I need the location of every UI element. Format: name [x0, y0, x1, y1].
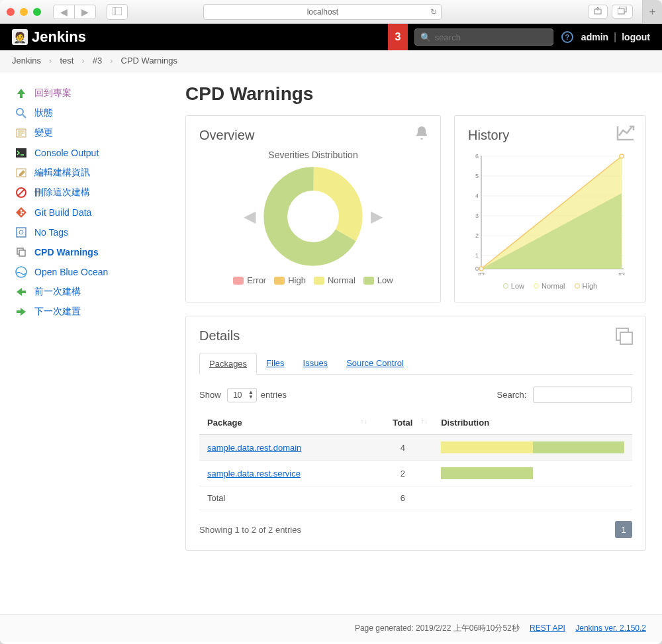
- arrow-up-icon: [15, 87, 28, 100]
- svg-point-5: [17, 109, 23, 115]
- donut-chart: [263, 167, 363, 266]
- breadcrumb: Jenkins› test› #3› CPD Warnings: [0, 50, 662, 71]
- sidebar-item-4[interactable]: 編輯建構資訊: [12, 163, 172, 183]
- tabs-button[interactable]: [612, 5, 633, 19]
- donut-chart-wrap: ◀ ▶: [199, 167, 427, 266]
- content: 回到專案狀態變更Console Output編輯建構資訊刪除這次建構Git Bu…: [0, 71, 662, 614]
- svg-text:4: 4: [475, 193, 479, 199]
- sidebar-item-6[interactable]: Git Build Data: [12, 203, 172, 222]
- sidebar-item-11[interactable]: 下一次建置: [12, 302, 172, 322]
- svg-text:#3: #3: [618, 271, 625, 275]
- package-link[interactable]: sample.data.rest.domain: [207, 443, 301, 453]
- rest-api-link[interactable]: REST API: [530, 623, 565, 633]
- chart-icon[interactable]: [616, 125, 635, 144]
- traffic-lights: [7, 8, 41, 16]
- tab-issues[interactable]: Issues: [294, 353, 338, 374]
- legend-item: High: [274, 275, 306, 285]
- marker: [503, 283, 508, 289]
- overview-title: Overview: [199, 128, 427, 143]
- donut-title: Severities Distribution: [199, 150, 427, 160]
- col-package[interactable]: Package↑↓: [199, 411, 373, 435]
- page-title: CPD Warnings: [185, 83, 646, 105]
- reload-icon[interactable]: ↻: [430, 7, 437, 17]
- package-link[interactable]: sample.data.rest.service: [207, 469, 301, 479]
- sidebar-toggle-button[interactable]: [107, 4, 128, 20]
- packages-table: Package↑↓ Total↑↓ Distribution sample.da…: [199, 411, 632, 510]
- tab-files[interactable]: Files: [257, 353, 293, 374]
- notification-badge[interactable]: 3: [388, 24, 408, 50]
- jenkins-version-link[interactable]: Jenkins ver. 2.150.2: [575, 623, 646, 633]
- minimize-window-button[interactable]: [20, 8, 28, 16]
- ocean-icon: [15, 265, 28, 279]
- nav-forward-button[interactable]: ▶: [75, 5, 95, 19]
- admin-link[interactable]: admin: [581, 32, 608, 42]
- panels-row: Overview Severities Distribution ◀ ▶ Err…: [185, 115, 646, 302]
- svg-rect-15: [17, 228, 26, 237]
- jenkins-icon: 🤵: [12, 29, 28, 45]
- jenkins-logo[interactable]: 🤵 Jenkins: [12, 28, 86, 46]
- sidebar-item-8[interactable]: CPD Warnings: [12, 242, 172, 262]
- page-size-select[interactable]: 10 ▲▼: [227, 388, 257, 402]
- legend-item: High: [575, 282, 598, 290]
- search-input[interactable]: [435, 32, 547, 42]
- show-entries: Show 10 ▲▼ entries: [199, 390, 287, 400]
- sidebar-item-label: Git Build Data: [34, 207, 91, 218]
- page-footer: Page generated: 2019/2/22 上午06時10分52秒 RE…: [0, 614, 662, 642]
- swatch: [274, 277, 285, 285]
- history-chart: 012 3456 #2#3: [468, 150, 627, 275]
- svg-line-11: [18, 189, 24, 196]
- tab-packages[interactable]: Packages: [199, 353, 257, 375]
- copy-icon[interactable]: [614, 326, 635, 349]
- global-search[interactable]: 🔍: [414, 28, 553, 46]
- sidebar-item-label: CPD Warnings: [34, 247, 99, 257]
- table-search: Search:: [497, 387, 632, 403]
- history-title: History: [468, 128, 632, 143]
- bell-icon[interactable]: [414, 125, 430, 144]
- search-icon: 🔍: [420, 32, 431, 42]
- sidebar-item-label: Console Output: [34, 148, 99, 158]
- svg-text:2: 2: [475, 232, 479, 239]
- swatch: [363, 277, 374, 285]
- share-button[interactable]: [588, 5, 608, 19]
- page-1-button[interactable]: 1: [615, 521, 632, 538]
- sidebar-item-5[interactable]: 刪除這次建構: [12, 183, 172, 203]
- sidebar-item-0[interactable]: 回到專案: [12, 83, 172, 103]
- table-row: sample.data.rest.service 2: [199, 461, 632, 486]
- svg-text:6: 6: [475, 153, 479, 160]
- sidebar-item-label: 刪除這次建構: [34, 187, 90, 199]
- nav-back-button[interactable]: ◀: [54, 5, 75, 19]
- close-window-button[interactable]: [7, 8, 15, 16]
- svg-rect-18: [19, 250, 25, 256]
- breadcrumb-item[interactable]: Jenkins: [12, 56, 41, 66]
- table-footer: Showing 1 to 2 of 2 entries 1: [199, 521, 632, 538]
- sidebar-item-7[interactable]: No Tags: [12, 222, 172, 242]
- sidebar-item-label: 前一次建構: [34, 286, 81, 298]
- chart-prev-button[interactable]: ◀: [244, 207, 256, 226]
- col-total[interactable]: Total↑↓: [373, 411, 434, 435]
- sidebar-item-1[interactable]: 狀態: [12, 103, 172, 123]
- chart-next-button[interactable]: ▶: [371, 207, 383, 226]
- svg-point-16: [19, 230, 23, 234]
- sidebar-item-10[interactable]: 前一次建構: [12, 282, 172, 302]
- logout-link[interactable]: logout: [622, 32, 650, 42]
- url-text: localhost: [307, 7, 338, 17]
- breadcrumb-item[interactable]: CPD Warnings: [121, 56, 177, 66]
- table-search-input[interactable]: [533, 387, 632, 403]
- breadcrumb-item[interactable]: #3: [93, 56, 102, 66]
- svg-point-19: [16, 267, 26, 277]
- url-bar[interactable]: localhost ↻: [203, 4, 442, 20]
- tab-source-control[interactable]: Source Control: [337, 353, 413, 374]
- sidebar-item-2[interactable]: 變更: [12, 123, 172, 143]
- tag-icon: [15, 226, 28, 239]
- col-distribution[interactable]: Distribution: [433, 411, 632, 435]
- sidebar-item-9[interactable]: Open Blue Ocean: [12, 262, 172, 282]
- breadcrumb-item[interactable]: test: [60, 56, 73, 66]
- history-legend: LowNormalHigh: [468, 282, 632, 290]
- details-panel: Details PackagesFilesIssuesSource Contro…: [185, 316, 646, 551]
- maximize-window-button[interactable]: [33, 8, 41, 16]
- arrow-right-icon: [15, 305, 28, 318]
- sidebar-item-3[interactable]: Console Output: [12, 143, 172, 163]
- help-icon[interactable]: ?: [561, 31, 573, 43]
- table-total-row: Total 6: [199, 486, 632, 510]
- new-tab-button[interactable]: +: [642, 0, 662, 24]
